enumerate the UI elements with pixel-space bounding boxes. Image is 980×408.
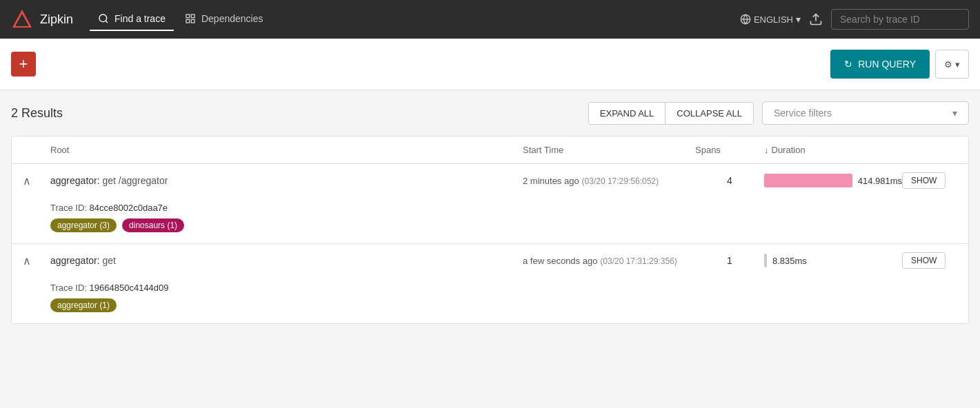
- results-area: 2 Results EXPAND ALL COLLAPSE ALL Servic…: [0, 90, 980, 335]
- collapse-all-button[interactable]: COLLAPSE ALL: [666, 103, 753, 124]
- trace-duration-cell-2: 8.835ms: [764, 254, 902, 267]
- trace-service-method-1: aggregator: get /aggregator: [50, 175, 523, 186]
- app-header: Zipkin Find a trace Dependencies ENGLISH…: [0, 0, 980, 39]
- trace-row-main-1: ∧ aggregator: get /aggregator 2 minutes …: [12, 164, 968, 197]
- trace-show-cell-1: SHOW: [902, 172, 957, 189]
- dependencies-icon: [185, 13, 196, 24]
- app-title: Zipkin: [40, 12, 73, 27]
- duration-bar-1: [764, 174, 852, 187]
- query-criteria-area: [41, 52, 825, 76]
- trace-row-detail-2: Trace ID: 19664850c4144d09 aggregator (1…: [12, 277, 968, 323]
- main-nav: Find a trace Dependencies: [90, 8, 723, 31]
- trace-row-detail-1: Trace ID: 84cce8002c0daa7e aggregator (3…: [12, 197, 968, 243]
- trace-method-1: get /aggregator: [103, 175, 168, 186]
- col-header-duration: ↓ Duration: [764, 145, 902, 155]
- service-tag-aggregator-1[interactable]: aggregator (3): [50, 218, 117, 232]
- trace-time-1: 2 minutes ago (03/20 17:29:56:052): [523, 175, 695, 186]
- service-tag-aggregator-2[interactable]: aggregator (1): [50, 298, 117, 312]
- settings-gear-icon: ⚙: [944, 59, 952, 70]
- zipkin-logo-icon: [11, 8, 33, 30]
- col-header-root: Root: [50, 145, 523, 155]
- trace-method-2: get: [103, 255, 116, 266]
- trace-id-value-1: 84cce8002c0daa7e: [90, 203, 168, 213]
- nav-find-trace[interactable]: Find a trace: [90, 8, 174, 31]
- col-header-collapse: [23, 145, 50, 155]
- table-row: ∧ aggregator: get /aggregator 2 minutes …: [12, 164, 968, 244]
- duration-bar-2: [764, 254, 767, 267]
- svg-rect-7: [191, 19, 194, 23]
- settings-chevron-icon: ▾: [955, 59, 960, 70]
- svg-point-2: [99, 14, 107, 22]
- service-tags-2: aggregator (1): [50, 298, 957, 312]
- trace-duration-cell-1: 414.981ms: [764, 174, 902, 187]
- trace-id-label-1: Trace ID:: [50, 203, 90, 213]
- language-selector[interactable]: ENGLISH ▾: [740, 14, 801, 25]
- duration-value-1: 414.981ms: [858, 176, 902, 186]
- svg-rect-5: [191, 14, 194, 18]
- trace-time-relative-1: 2 minutes ago: [523, 176, 579, 186]
- trace-time-2: a few seconds ago (03/20 17:31:29:356): [523, 255, 695, 266]
- svg-rect-4: [186, 14, 190, 18]
- service-filters-dropdown[interactable]: Service filters ▾: [762, 101, 969, 125]
- trace-service-1: aggregator:: [50, 175, 103, 186]
- trace-id-value-2: 19664850c4144d09: [90, 283, 169, 293]
- nav-dependencies-label: Dependencies: [201, 13, 263, 24]
- results-count: 2 Results: [11, 106, 580, 121]
- results-header: 2 Results EXPAND ALL COLLAPSE ALL Servic…: [11, 101, 969, 125]
- trace-row-main-2: ∧ aggregator: get a few seconds ago (03/…: [12, 244, 968, 277]
- trace-time-relative-2: a few seconds ago: [523, 256, 597, 266]
- nav-dependencies[interactable]: Dependencies: [177, 8, 272, 31]
- upload-button[interactable]: [809, 12, 823, 26]
- run-query-label: RUN QUERY: [858, 59, 916, 70]
- expand-all-button[interactable]: EXPAND ALL: [589, 103, 666, 124]
- upload-icon: [809, 12, 823, 26]
- search-icon: [98, 13, 109, 24]
- col-header-spans: Spans: [695, 145, 764, 155]
- trace-show-cell-2: SHOW: [902, 252, 957, 269]
- trace-id-label-2: Trace ID:: [50, 283, 90, 293]
- trace-id-line-1: Trace ID: 84cce8002c0daa7e: [50, 203, 957, 213]
- add-criterion-button[interactable]: +: [11, 52, 36, 76]
- col-header-action: [902, 145, 957, 155]
- service-filters-chevron-icon: ▾: [952, 108, 957, 119]
- service-tags-1: aggregator (3) dinosaurs (1): [50, 218, 957, 232]
- trace-id-search-input[interactable]: [831, 9, 969, 30]
- service-tag-dinosaurs-1[interactable]: dinosaurs (1): [122, 218, 184, 232]
- trace-time-absolute-1: (03/20 17:29:56:052): [582, 176, 659, 186]
- trace-spans-2: 1: [695, 255, 764, 266]
- query-bar: + ↻ RUN QUERY ⚙ ▾: [0, 39, 980, 90]
- sort-down-icon: ↓: [764, 145, 769, 155]
- svg-rect-6: [186, 19, 190, 23]
- trace-time-absolute-2: (03/20 17:31:29:356): [600, 256, 677, 266]
- globe-icon: [740, 14, 751, 25]
- settings-button[interactable]: ⚙ ▾: [935, 50, 969, 79]
- lang-chevron-icon: ▾: [796, 14, 801, 25]
- table-header: Root Start Time Spans ↓ Duration: [12, 136, 968, 164]
- run-query-button[interactable]: ↻ RUN QUERY: [830, 50, 930, 79]
- show-button-2[interactable]: SHOW: [902, 252, 946, 269]
- service-filters-label: Service filters: [774, 108, 947, 119]
- trace-service-method-2: aggregator: get: [50, 255, 523, 266]
- collapse-toggle-1[interactable]: ∧: [23, 174, 50, 187]
- expand-collapse-controls: EXPAND ALL COLLAPSE ALL: [588, 102, 754, 125]
- collapse-toggle-2[interactable]: ∧: [23, 254, 50, 267]
- table-row: ∧ aggregator: get a few seconds ago (03/…: [12, 244, 968, 323]
- svg-line-3: [106, 21, 108, 23]
- duration-value-2: 8.835ms: [772, 256, 807, 266]
- col-header-start-time: Start Time: [523, 145, 695, 155]
- logo-area: Zipkin: [11, 8, 73, 30]
- header-right: ENGLISH ▾: [740, 9, 969, 30]
- trace-service-2: aggregator:: [50, 255, 103, 266]
- trace-spans-1: 4: [695, 175, 764, 186]
- show-button-1[interactable]: SHOW: [902, 172, 946, 189]
- lang-label: ENGLISH: [754, 14, 793, 25]
- run-query-icon: ↻: [844, 59, 852, 70]
- trace-table: Root Start Time Spans ↓ Duration ∧ aggre…: [11, 136, 969, 324]
- nav-find-trace-label: Find a trace: [114, 13, 166, 24]
- trace-id-line-2: Trace ID: 19664850c4144d09: [50, 283, 957, 293]
